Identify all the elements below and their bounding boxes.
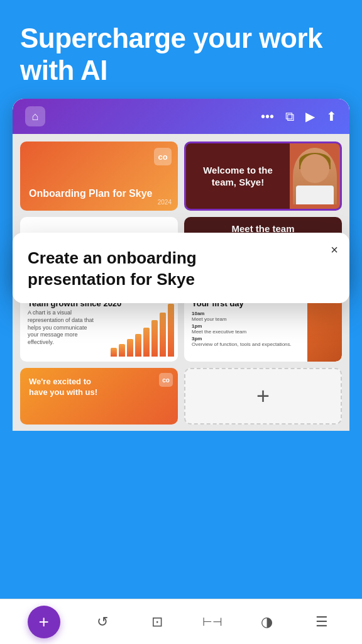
app-toolbar: ⌂ ••• ⧉ ▶ ⬆ xyxy=(13,99,349,134)
more-icon[interactable]: ••• xyxy=(261,109,274,124)
toolbar-right: ••• ⧉ ▶ ⬆ xyxy=(261,109,337,124)
welcome-photo xyxy=(290,143,340,209)
add-button[interactable]: + xyxy=(28,606,60,638)
bar-8 xyxy=(168,304,174,357)
bar-3 xyxy=(127,339,133,357)
excited-logo: co xyxy=(159,373,173,387)
excited-text: We're excited to have you with us! xyxy=(29,377,111,398)
person-avatar xyxy=(293,148,337,204)
slide-onboarding[interactable]: co Onboarding Plan for Skye 2024 xyxy=(20,142,178,211)
split-icon: ⊢⊣ xyxy=(202,615,222,629)
bar-2 xyxy=(119,344,125,357)
welcome-text: Welcome to the team, Skye! xyxy=(192,164,283,189)
popup-text: Create an onboarding presentation for Sk… xyxy=(28,248,266,291)
laptop-thumbnail xyxy=(307,292,342,362)
undo-button[interactable]: ↺ xyxy=(90,609,115,635)
time-2: 1pm xyxy=(192,323,202,329)
lower-app-area: Team growth since 2020 A chart is a visu… xyxy=(13,286,349,431)
add-slide-icon: + xyxy=(256,383,270,409)
add-icon: + xyxy=(38,612,48,632)
settings-icon: ☰ xyxy=(315,614,328,630)
circle-icon: ◑ xyxy=(261,614,273,630)
bar-1 xyxy=(111,348,117,357)
onboarding-title: Onboarding Plan for Skye xyxy=(29,187,169,199)
slide-team-growth[interactable]: Team growth since 2020 A chart is a visu… xyxy=(20,292,178,362)
bar-chart xyxy=(111,304,174,357)
onboarding-year: 2024 xyxy=(158,199,172,206)
hero-section: Supercharge your work with AI xyxy=(0,0,362,99)
slide-add[interactable]: + xyxy=(184,368,342,425)
bottom-slides-grid: co We're excited to have you with us! + xyxy=(13,368,349,431)
share-icon[interactable]: ⬆ xyxy=(326,109,337,124)
slide-welcome[interactable]: Welcome to the team, Skye! xyxy=(184,142,342,211)
time-1: 10am xyxy=(192,311,204,316)
desc-1: Meet your team xyxy=(192,316,227,322)
slide-excited[interactable]: co We're excited to have you with us! xyxy=(20,368,178,425)
home-icon[interactable]: ⌂ xyxy=(25,106,45,126)
desc-3: Overview of function, tools and expectat… xyxy=(192,341,292,347)
crop-icon: ⊡ xyxy=(151,614,163,630)
bar-7 xyxy=(160,313,166,357)
hero-title: Supercharge your work with AI xyxy=(20,23,342,86)
circle-button[interactable]: ◑ xyxy=(255,609,280,635)
slide-first-day[interactable]: Your first day 10am Meet your team 1pm M… xyxy=(184,292,342,362)
bottom-toolbar: + ↺ ⊡ ⊢⊣ ◑ ☰ xyxy=(0,599,362,644)
popup-modal: × Create an onboarding presentation for … xyxy=(13,233,349,303)
popup-close-button[interactable]: × xyxy=(331,243,338,257)
onboarding-logo: co xyxy=(154,148,172,165)
time-3: 3pm xyxy=(192,336,202,341)
duplicate-icon[interactable]: ⧉ xyxy=(285,109,294,124)
bar-5 xyxy=(143,328,150,357)
bar-6 xyxy=(151,320,158,357)
crop-button[interactable]: ⊡ xyxy=(145,609,170,635)
desc-2: Meet the executive team xyxy=(192,329,246,335)
welcome-text-area: Welcome to the team, Skye! xyxy=(186,143,290,209)
growth-subtitle: A chart is a visual representation of da… xyxy=(28,309,97,346)
split-button[interactable]: ⊢⊣ xyxy=(200,609,225,635)
undo-icon: ↺ xyxy=(97,614,108,630)
bar-4 xyxy=(135,334,141,357)
person-collar-icon xyxy=(296,186,334,204)
settings-button[interactable]: ☰ xyxy=(309,609,334,635)
person-head-icon xyxy=(300,154,329,183)
play-icon[interactable]: ▶ xyxy=(305,109,315,124)
